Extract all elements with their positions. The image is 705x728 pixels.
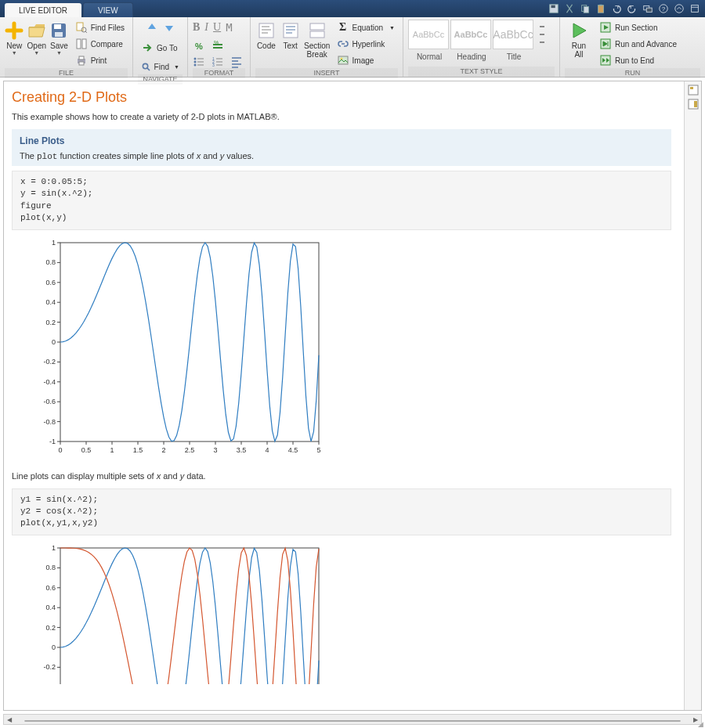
output-side-column [684, 81, 701, 710]
svg-rect-11 [692, 5, 699, 13]
qat-undock-icon[interactable] [688, 2, 702, 16]
section-break-icon [308, 21, 327, 40]
compare-button[interactable]: Compare [72, 36, 128, 52]
qat-minimize-ribbon-icon[interactable] [672, 2, 686, 16]
run-section-button[interactable]: Run Section [596, 20, 680, 35]
find-files-icon [75, 21, 88, 34]
percent-icon[interactable]: % [193, 40, 205, 52]
insert-code-button[interactable]: Code [255, 20, 277, 50]
qat-save-icon[interactable] [547, 2, 561, 16]
insert-section-break-button[interactable]: Section Break [304, 20, 331, 59]
section-description: The plot function creates simple line pl… [20, 151, 663, 161]
run-to-end-button[interactable]: Run to End [596, 52, 680, 68]
svg-text:2: 2 [161, 446, 165, 454]
nav-up-icon[interactable] [146, 21, 158, 35]
goto-button[interactable]: Go To [138, 40, 183, 56]
qat-copy-icon[interactable] [578, 2, 592, 16]
tab-live-editor[interactable]: LIVE EDITOR [5, 3, 81, 17]
svg-point-24 [194, 58, 197, 60]
style-gallery-more-button[interactable] [537, 20, 548, 49]
ribbon-group-insert: Code Text Section Break ΣEquation ▼ Hype… [251, 17, 403, 77]
chart-2: 00.511.522.533.544.55-0.200.20.40.60.81 [34, 543, 671, 686]
insert-equation-button[interactable]: ΣEquation ▼ [334, 20, 398, 35]
find-files-button[interactable]: Find Files [72, 20, 128, 35]
qat-help-icon[interactable]: ? [656, 2, 671, 16]
code-block-2[interactable]: y1 = sin(x.^2); y2 = cos(x.^2); plot(x,y… [12, 488, 671, 535]
svg-text:0: 0 [52, 643, 56, 651]
svg-rect-7 [646, 8, 652, 12]
open-button[interactable]: Open▼ [27, 20, 47, 56]
bullet-list-icon[interactable] [193, 56, 205, 68]
qat-undo-icon[interactable] [609, 2, 624, 16]
insert-hyperlink-button[interactable]: Hyperlink [334, 36, 398, 52]
svg-point-25 [194, 61, 197, 63]
ribbon-group-file: New▼ Open▼ Save▼ Find Files Compare Prin… [0, 17, 133, 77]
svg-rect-34 [338, 56, 348, 64]
monospace-icon[interactable]: M [226, 21, 232, 34]
svg-rect-122 [690, 87, 693, 89]
svg-text:0.5: 0.5 [81, 446, 92, 454]
new-file-icon [5, 21, 24, 40]
svg-text:3: 3 [212, 63, 215, 67]
section-divider-icon[interactable]: % [212, 40, 224, 52]
insert-image-button[interactable]: Image [334, 52, 398, 68]
svg-text:0.2: 0.2 [45, 318, 56, 326]
horizontal-scrollbar[interactable]: ◀ ▶ [3, 714, 702, 725]
hscroll-left-arrow[interactable]: ◀ [4, 716, 15, 723]
find-magnifier-icon [141, 60, 151, 73]
svg-rect-4 [598, 5, 604, 13]
svg-rect-14 [55, 32, 63, 37]
svg-rect-5 [599, 5, 602, 6]
group-label-textstyle: TEXT STYLE [408, 67, 555, 77]
bold-icon[interactable]: B [193, 21, 200, 34]
numbered-list-icon[interactable]: 123 [212, 56, 224, 68]
goto-arrow-icon [141, 41, 154, 54]
align-icon[interactable] [230, 56, 243, 68]
svg-text:3: 3 [213, 446, 217, 454]
print-button[interactable]: Print [72, 52, 128, 68]
svg-text:0.8: 0.8 [45, 564, 56, 571]
insert-text-button[interactable]: Text [280, 20, 301, 50]
find-button[interactable]: Find ▼ [138, 59, 183, 74]
document-scroll-area[interactable]: Creating 2-D Plots This example shows ho… [4, 81, 684, 710]
svg-text:0.4: 0.4 [45, 298, 56, 306]
code-icon [257, 21, 276, 40]
svg-point-10 [675, 5, 684, 13]
run-section-icon [599, 21, 612, 34]
svg-text:3.5: 3.5 [237, 446, 247, 454]
svg-rect-20 [79, 56, 84, 59]
hscroll-thumb[interactable] [24, 720, 681, 722]
italic-icon[interactable]: I [204, 21, 208, 34]
save-button[interactable]: Save▼ [49, 20, 69, 56]
group-label-file: FILE [5, 68, 128, 78]
output-inline-icon[interactable] [688, 85, 699, 96]
resize-grip-icon[interactable]: ◢ [698, 720, 703, 728]
style-title-swatch[interactable]: AaBbCc [493, 20, 533, 49]
svg-text:0.6: 0.6 [45, 584, 56, 592]
qat-paste-icon[interactable] [594, 2, 608, 16]
underline-icon[interactable]: U [213, 21, 221, 34]
svg-text:?: ? [662, 5, 666, 13]
equation-sigma-icon: Σ [337, 21, 349, 34]
svg-text:1: 1 [52, 239, 56, 247]
new-button[interactable]: New▼ [5, 20, 24, 56]
run-all-button[interactable]: Run All [565, 20, 593, 59]
ribbon-group-format: B I U M % % 123 FORMAT [188, 17, 251, 77]
qat-redo-icon[interactable] [625, 2, 639, 16]
output-right-icon[interactable] [688, 99, 699, 110]
section-title: Line Plots [20, 135, 663, 146]
svg-text:-0.2: -0.2 [43, 358, 56, 366]
qat-switch-windows-icon[interactable] [641, 2, 655, 16]
tab-view[interactable]: VIEW [83, 2, 133, 17]
group-label-run: RUN [565, 68, 700, 78]
svg-rect-32 [310, 23, 324, 30]
style-normal-swatch[interactable]: AaBbCc [408, 20, 449, 49]
text-icon [281, 21, 300, 40]
run-to-end-icon [599, 54, 612, 67]
section-line-plots: Line Plots The plot function creates sim… [12, 129, 671, 166]
run-and-advance-button[interactable]: Run and Advance [596, 36, 680, 52]
qat-cut-icon[interactable] [562, 2, 577, 16]
style-heading-swatch[interactable]: AaBbCc [450, 20, 491, 49]
code-block-1[interactable]: x = 0:0.05:5; y = sin(x.^2); figure plot… [12, 171, 671, 230]
nav-down-icon[interactable] [163, 21, 175, 35]
